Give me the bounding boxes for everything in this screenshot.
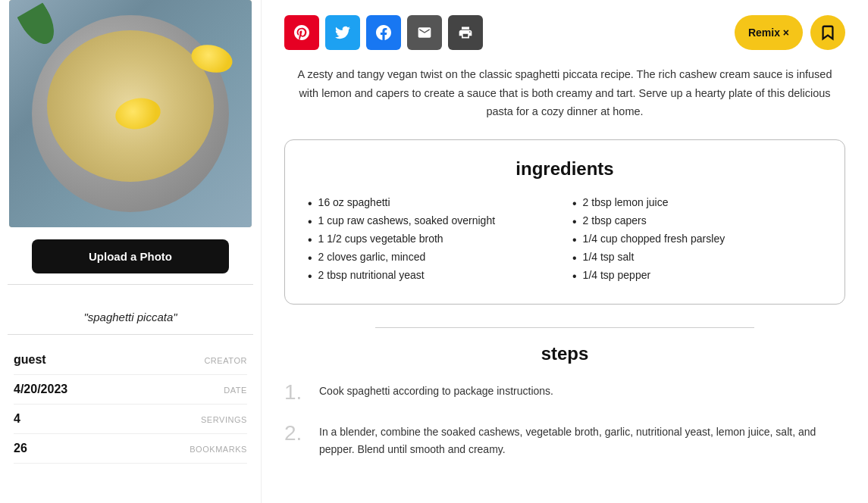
- meta-label-date: DATE: [224, 386, 247, 395]
- steps-section: steps 1. Cook spaghetti according to pac…: [284, 343, 845, 459]
- steps-heading: steps: [284, 343, 845, 364]
- remix-button[interactable]: Remix ×: [735, 15, 803, 50]
- ingredient-item: 2 tbsp capers: [572, 213, 822, 231]
- meta-label-servings: SERVINGS: [201, 415, 247, 424]
- ingredients-right-col: 2 tbsp lemon juice 2 tbsp capers 1/4 cup…: [572, 195, 822, 286]
- meta-value-creator: guest: [14, 353, 46, 367]
- ingredient-item: 1/4 tsp pepper: [572, 267, 822, 286]
- meta-value-bookmarks: 26: [14, 442, 27, 455]
- meta-value-servings: 4: [14, 412, 20, 426]
- ingredients-left-col: 16 oz spaghetti 1 cup raw cashews, soake…: [308, 195, 557, 286]
- step-number-2: 2.: [284, 420, 307, 446]
- meta-value-date: 4/20/2023: [14, 383, 67, 396]
- meta-row-creator: guest CREATOR: [14, 345, 247, 375]
- meta-table: guest CREATOR 4/20/2023 DATE 4 SERVINGS …: [8, 345, 253, 464]
- ingredients-box: ingredients 16 oz spaghetti 1 cup raw ca…: [284, 139, 845, 305]
- ingredient-item: 2 tbsp lemon juice: [572, 195, 822, 213]
- step-item-1: 1. Cook spaghetti according to package i…: [284, 380, 845, 405]
- meta-label-creator: CREATOR: [204, 356, 247, 365]
- step-text-2: In a blender, combine the soaked cashews…: [319, 420, 845, 460]
- meta-row-bookmarks: 26 BOOKMARKS: [14, 434, 247, 464]
- step-number-1: 1.: [284, 380, 307, 405]
- action-buttons: Remix ×: [735, 15, 845, 50]
- email-button[interactable]: [407, 15, 442, 50]
- ingredient-item: 16 oz spaghetti: [308, 195, 557, 213]
- meta-row-date: 4/20/2023 DATE: [14, 375, 247, 405]
- ingredients-heading: ingredients: [308, 158, 822, 180]
- recipe-description: A zesty and tangy vegan twist on the cla…: [292, 65, 838, 121]
- divider-2: [8, 334, 253, 335]
- bookmark-button[interactable]: [810, 15, 845, 50]
- ingredient-item: 1/4 tsp salt: [572, 249, 822, 267]
- ingredient-item: 2 tbsp nutritional yeast: [308, 267, 557, 286]
- ingredient-item: 2 cloves garlic, minced: [308, 249, 557, 267]
- meta-row-servings: 4 SERVINGS: [14, 405, 247, 434]
- facebook-button[interactable]: [366, 15, 401, 50]
- step-item-2: 2. In a blender, combine the soaked cash…: [284, 420, 845, 460]
- section-divider: [375, 327, 754, 328]
- main-content: Remix × A zesty and tangy vegan twist on…: [262, 0, 868, 503]
- pinterest-button[interactable]: [284, 15, 319, 50]
- print-button[interactable]: [448, 15, 483, 50]
- ingredient-item: 1 cup raw cashews, soaked overnight: [308, 213, 557, 231]
- recipe-image: [9, 0, 252, 227]
- ingredient-item: 1/4 cup chopped fresh parsley: [572, 231, 822, 249]
- share-bar: Remix ×: [284, 15, 845, 50]
- upload-photo-button[interactable]: Upload a Photo: [32, 239, 229, 273]
- step-text-1: Cook spaghetti according to package inst…: [319, 380, 553, 401]
- ingredient-item: 1 1/2 cups vegetable broth: [308, 231, 557, 249]
- divider-1: [8, 284, 253, 285]
- recipe-title: "spaghetti piccata": [83, 311, 177, 323]
- ingredients-grid: 16 oz spaghetti 1 cup raw cashews, soake…: [308, 195, 822, 286]
- share-icons: [284, 15, 483, 50]
- twitter-button[interactable]: [325, 15, 360, 50]
- sidebar: Upload a Photo "spaghetti piccata" guest…: [0, 0, 262, 503]
- meta-label-bookmarks: BOOKMARKS: [190, 445, 247, 454]
